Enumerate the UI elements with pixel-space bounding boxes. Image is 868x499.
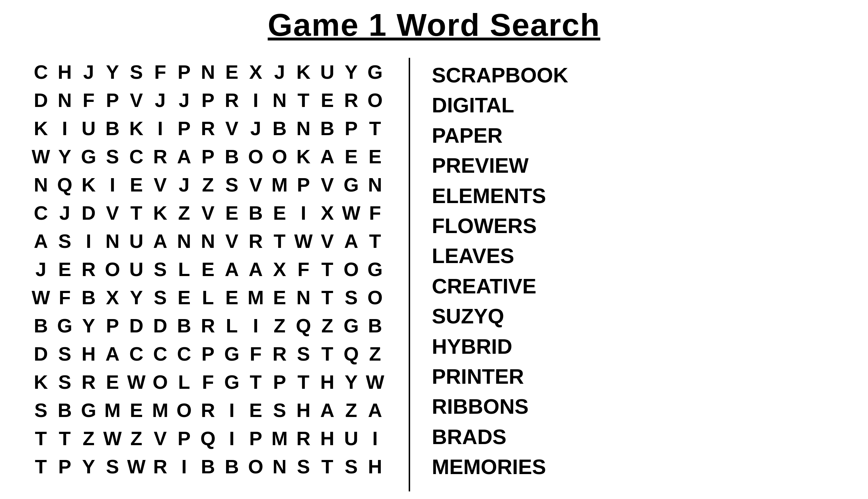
grid-cell: R: [339, 86, 363, 114]
grid-cell: J: [172, 86, 196, 114]
grid-cell: P: [268, 368, 292, 396]
grid-cell: Y: [124, 283, 148, 311]
grid-cell: S: [29, 396, 53, 424]
grid-cell: Y: [339, 368, 363, 396]
grid-cell: X: [101, 283, 124, 311]
grid-cell: Z: [315, 311, 339, 340]
grid-cell: J: [244, 114, 268, 142]
grid-cell: A: [172, 142, 196, 171]
grid-cell: Q: [196, 424, 220, 452]
grid-cell: T: [363, 227, 387, 255]
grid-cell: G: [220, 340, 244, 368]
word-list-item: MEMORIES: [432, 453, 568, 480]
grid-cell: E: [124, 171, 148, 199]
grid-row: JEROUSLEAAXFTOG: [29, 255, 387, 283]
grid-cell: O: [339, 255, 363, 283]
grid-cell: T: [244, 368, 268, 396]
grid-cell: O: [363, 283, 387, 311]
grid-cell: N: [268, 452, 292, 481]
grid-cell: S: [220, 171, 244, 199]
grid-cell: F: [53, 283, 77, 311]
grid-cell: K: [292, 58, 315, 86]
grid-cell: S: [339, 283, 363, 311]
grid-cell: G: [363, 255, 387, 283]
grid-cell: E: [363, 142, 387, 171]
grid-row: DSHACCCPGFRSTQZ: [29, 340, 387, 368]
grid-cell: O: [148, 368, 172, 396]
grid-cell: A: [315, 142, 339, 171]
grid-cell: B: [77, 283, 101, 311]
grid-cell: F: [148, 58, 172, 86]
grid-cell: W: [29, 142, 53, 171]
grid-cell: E: [53, 255, 77, 283]
grid-row: KIUBKIPRVJBNBPT: [29, 114, 387, 142]
grid-cell: C: [124, 142, 148, 171]
grid-cell: D: [77, 199, 101, 227]
grid-cell: T: [292, 86, 315, 114]
grid-cell: F: [363, 199, 387, 227]
grid-cell: K: [77, 171, 101, 199]
grid-cell: S: [339, 452, 363, 481]
grid-cell: K: [29, 368, 53, 396]
grid-cell: T: [29, 452, 53, 481]
grid-cell: Z: [172, 199, 196, 227]
grid-cell: T: [124, 199, 148, 227]
grid-cell: N: [363, 171, 387, 199]
grid-cell: V: [148, 171, 172, 199]
grid-cell: B: [196, 452, 220, 481]
grid-cell: J: [268, 58, 292, 86]
grid-cell: K: [29, 114, 53, 142]
grid-row: WFBXYSELEMENTSO: [29, 283, 387, 311]
grid-cell: B: [220, 452, 244, 481]
grid-cell: E: [339, 142, 363, 171]
grid-cell: F: [77, 86, 101, 114]
word-list-item: BRADS: [432, 423, 568, 450]
grid-cell: M: [101, 396, 124, 424]
grid-cell: U: [124, 227, 148, 255]
word-list-item: SUZYQ: [432, 302, 568, 330]
grid-cell: A: [244, 255, 268, 283]
grid-cell: R: [244, 227, 268, 255]
word-list-item: RIBBONS: [432, 393, 568, 420]
grid-cell: G: [53, 311, 77, 340]
grid-cell: S: [101, 142, 124, 171]
grid-cell: Y: [77, 452, 101, 481]
grid-cell: E: [268, 199, 292, 227]
grid-cell: E: [268, 283, 292, 311]
grid-cell: U: [124, 255, 148, 283]
grid-row: NQKIEVJZSVMPVGN: [29, 171, 387, 199]
grid-cell: Y: [53, 142, 77, 171]
grid-row: SBGMEMORIESHAZA: [29, 396, 387, 424]
grid-cell: T: [292, 368, 315, 396]
grid-cell: E: [172, 283, 196, 311]
grid-cell: R: [292, 424, 315, 452]
grid-cell: E: [244, 396, 268, 424]
grid-cell: P: [196, 86, 220, 114]
grid-cell: O: [172, 396, 196, 424]
grid-cell: Y: [101, 58, 124, 86]
grid-cell: A: [339, 227, 363, 255]
grid-cell: N: [196, 58, 220, 86]
grid-cell: O: [101, 255, 124, 283]
grid-cell: I: [53, 114, 77, 142]
word-list-item: ELEMENTS: [432, 182, 568, 209]
grid-cell: U: [339, 424, 363, 452]
grid-cell: O: [268, 142, 292, 171]
grid-cell: H: [77, 340, 101, 368]
grid-cell: B: [268, 114, 292, 142]
grid-cell: T: [315, 255, 339, 283]
grid-cell: I: [172, 452, 196, 481]
grid-cell: T: [315, 452, 339, 481]
word-list-item: PAPER: [432, 122, 568, 149]
grid-cell: D: [148, 311, 172, 340]
grid-cell: N: [29, 171, 53, 199]
grid-cell: M: [148, 396, 172, 424]
grid-row: DNFPVJJPRINTERO: [29, 86, 387, 114]
grid-cell: V: [220, 114, 244, 142]
grid-cell: G: [77, 142, 101, 171]
grid-cell: G: [339, 171, 363, 199]
grid-cell: D: [124, 311, 148, 340]
grid-cell: Z: [124, 424, 148, 452]
grid-cell: A: [29, 227, 53, 255]
grid-cell: E: [315, 86, 339, 114]
